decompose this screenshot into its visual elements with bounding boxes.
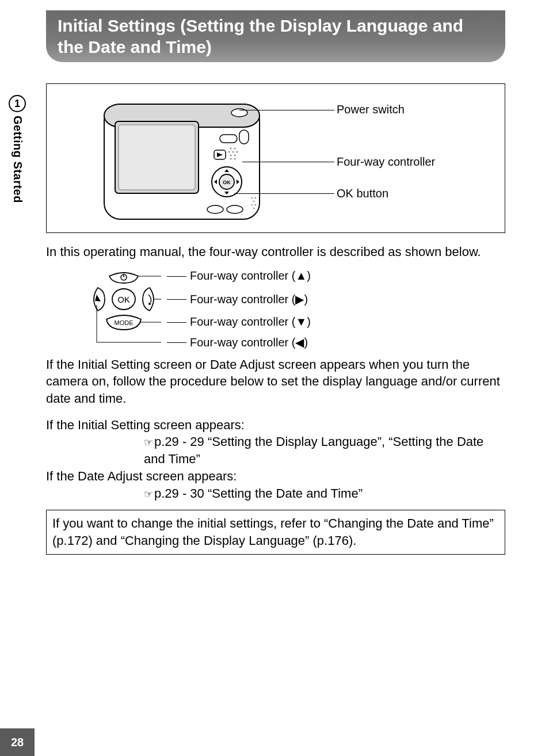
svg-point-22: [251, 197, 253, 199]
svg-point-21: [227, 205, 243, 213]
svg-rect-3: [119, 125, 195, 190]
svg-point-23: [255, 197, 257, 199]
page-number: 28: [0, 728, 35, 756]
svg-point-26: [255, 204, 257, 206]
svg-point-8: [230, 148, 232, 150]
svg-point-9: [234, 148, 236, 150]
cond1-ref: ☞p.29 - 29 “Setting the Display Language…: [144, 433, 505, 467]
svg-point-13: [230, 155, 232, 156]
intro-paragraph: In this operating manual, the four-way c…: [46, 243, 505, 261]
svg-point-20: [207, 205, 223, 213]
note-text: If you want to change the initial settin…: [52, 516, 494, 548]
svg-point-12: [237, 151, 238, 153]
controller-down-label: Four-way controller (▼): [190, 315, 311, 329]
svg-point-14: [234, 155, 236, 156]
controller-right-label: Four-way controller (▶): [190, 292, 308, 306]
main-content: OK Power switch Four-way controller OK b…: [46, 83, 505, 555]
svg-rect-6: [239, 130, 249, 144]
cond2-heading: If the Date Adjust screen appears:: [46, 468, 505, 485]
svg-point-25: [251, 204, 253, 206]
svg-point-15: [230, 158, 232, 160]
controller-left-label: Four-way controller (◀): [190, 335, 308, 349]
cond2-ref: ☞p.29 - 30 “Setting the Date and Time”: [144, 485, 505, 502]
controller-illustration: OK MODE: [86, 270, 161, 351]
callout-ok: OK button: [337, 187, 388, 200]
page-header: Initial Settings (Setting the Display La…: [46, 10, 505, 62]
controller-diagram: OK MODE Four-way controller (▲) Four-way…: [46, 268, 505, 354]
camera-illustration: OK: [101, 96, 268, 225]
svg-point-32: [148, 303, 151, 305]
camera-diagram: OK Power switch Four-way controller OK b…: [46, 83, 505, 233]
svg-point-11: [232, 151, 234, 153]
svg-text:OK: OK: [223, 180, 231, 185]
pointer-icon: ☞: [144, 437, 153, 448]
svg-point-24: [253, 201, 255, 203]
svg-point-10: [228, 151, 230, 153]
callout-fourway: Four-way controller: [337, 155, 435, 169]
note-box: If you want to change the initial settin…: [46, 510, 505, 554]
svg-text:OK: OK: [117, 295, 130, 304]
pointer-icon: ☞: [144, 488, 153, 500]
cond1-heading: If the Initial Setting screen appears:: [46, 417, 505, 434]
svg-point-27: [253, 208, 255, 209]
chapter-number: 1: [9, 95, 26, 112]
chapter-tab: 1 Getting Started: [0, 95, 35, 203]
para-initial: If the Initial Setting screen or Date Ad…: [46, 356, 505, 407]
svg-point-16: [234, 158, 236, 160]
controller-up-label: Four-way controller (▲): [190, 269, 311, 282]
callout-power-switch: Power switch: [337, 103, 405, 116]
svg-rect-5: [220, 135, 237, 143]
page-title: Initial Settings (Setting the Display La…: [58, 15, 494, 58]
chapter-label: Getting Started: [11, 116, 24, 203]
svg-text:MODE: MODE: [115, 319, 134, 326]
